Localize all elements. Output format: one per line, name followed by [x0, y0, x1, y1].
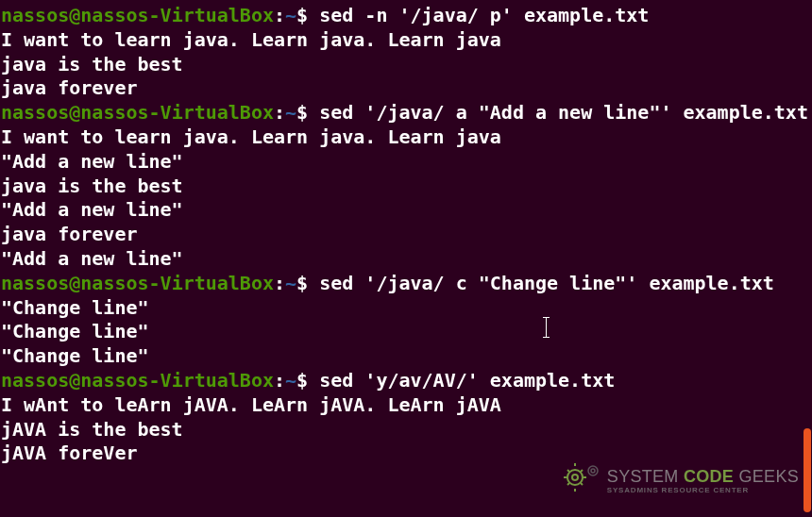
output-line: "Add a new line": [1, 247, 811, 272]
prompt-line-3: nassos@nassos-VirtualBox:~$ sed '/java/ …: [1, 272, 811, 296]
output-line: "Change line": [1, 320, 811, 344]
command-2: sed '/java/ a "Add a new line"' example.…: [319, 101, 808, 124]
prompt-line-1: nassos@nassos-VirtualBox:~$ sed -n '/jav…: [1, 4, 811, 28]
output-line: jAVA is the best: [1, 418, 811, 442]
output-line: java is the best: [1, 53, 811, 77]
watermark-logo: SYSTEM CODE GEEKS SYSADMINS RESOURCE CEN…: [562, 461, 799, 500]
output-line: "Add a new line": [1, 198, 811, 223]
svg-line-6: [567, 470, 569, 472]
svg-point-1: [572, 475, 578, 480]
prompt-line-2: nassos@nassos-VirtualBox:~$ sed '/java/ …: [1, 101, 811, 125]
prompt-dollar: $: [296, 4, 319, 26]
output-line: I want to learn java. Learn java. Learn …: [1, 28, 811, 53]
output-line: java forever: [1, 223, 811, 247]
svg-line-8: [567, 483, 569, 485]
prompt-line-4: nassos@nassos-VirtualBox:~$ sed 'y/av/AV…: [1, 369, 811, 393]
prompt-user: nassos: [1, 4, 69, 26]
svg-line-9: [581, 470, 583, 472]
output-line: java is the best: [1, 175, 811, 199]
prompt-path: ~: [285, 4, 296, 26]
command-1: sed -n '/java/ p' example.txt: [319, 4, 649, 26]
prompt-host: nassos-VirtualBox: [80, 4, 274, 26]
output-line: "Change line": [1, 296, 811, 321]
command-4: sed 'y/av/AV/' example.txt: [319, 369, 615, 392]
output-line: "Add a new line": [1, 150, 811, 175]
svg-line-7: [581, 483, 583, 485]
svg-point-10: [588, 466, 598, 475]
command-3: sed '/java/ c "Change line"' example.txt: [319, 272, 774, 294]
output-line: java forever: [1, 76, 811, 101]
output-line: I want to learn java. Learn java. Learn …: [1, 125, 811, 150]
output-line: "Change line": [1, 344, 811, 369]
svg-point-0: [567, 470, 583, 485]
svg-point-11: [591, 469, 595, 473]
output-line: I wAnt to leArn jAVA. LeArn jAVA. LeArn …: [1, 393, 811, 418]
terminal-output[interactable]: nassos@nassos-VirtualBox:~$ sed -n '/jav…: [0, 0, 812, 470]
watermark-gear-icon: [562, 461, 601, 500]
watermark-text: SYSTEM CODE GEEKS SYSADMINS RESOURCE CEN…: [607, 468, 799, 494]
text-caret-icon: [546, 317, 547, 338]
scrollbar-thumb[interactable]: [804, 428, 811, 512]
